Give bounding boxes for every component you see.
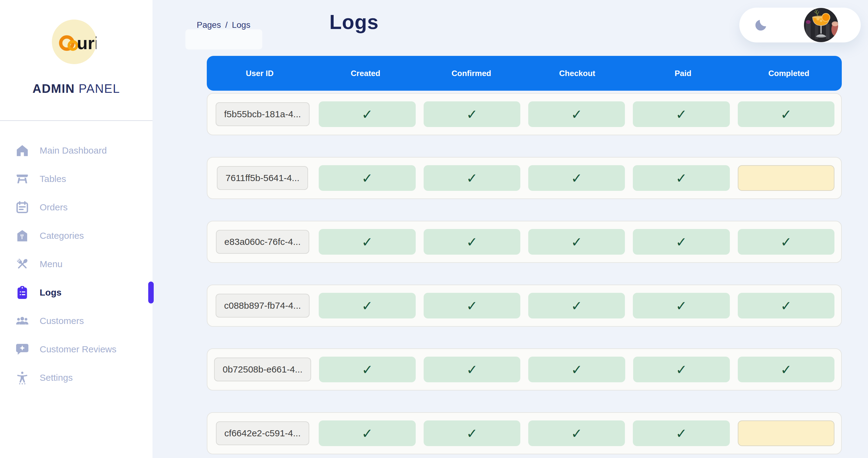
status-cell-created-done: ✓ bbox=[319, 421, 415, 446]
status-cell-paid-done: ✓ bbox=[633, 293, 730, 318]
sidebar-item-label: Customers bbox=[40, 316, 84, 326]
home-icon bbox=[15, 144, 29, 158]
sidebar: ADMIN PANEL Main Dashboard Tables Orders… bbox=[0, 0, 153, 458]
user-id-badge: 0b72508b-e661-4... bbox=[214, 357, 311, 381]
status-cell-paid-done: ✓ bbox=[633, 356, 730, 382]
topbar-user-pill bbox=[739, 8, 861, 42]
status-cell-confirmed-done: ✓ bbox=[424, 165, 520, 191]
status-cell-created-done: ✓ bbox=[319, 165, 415, 191]
user-id-badge: e83a060c-76fc-4... bbox=[216, 230, 309, 254]
sidebar-item-label: Settings bbox=[40, 373, 72, 383]
reviews-icon bbox=[15, 342, 29, 356]
status-cell-checkout-done: ✓ bbox=[528, 293, 625, 318]
sidebar-item-tables[interactable]: Tables bbox=[0, 165, 153, 193]
sidebar-item-categories[interactable]: Categories bbox=[0, 221, 153, 250]
menu-icon bbox=[15, 257, 29, 271]
sidebar-item-label: Main Dashboard bbox=[40, 145, 107, 156]
admin-panel-title-regular: PANEL bbox=[79, 82, 120, 95]
table-icon bbox=[15, 172, 29, 186]
cocktail-avatar-image bbox=[804, 8, 838, 42]
user-id-badge: f5b55bcb-181a-4... bbox=[216, 102, 310, 126]
page-title: Logs bbox=[330, 10, 379, 34]
status-cell-completed-done: ✓ bbox=[738, 356, 834, 382]
breadcrumb-link-logs[interactable]: Logs bbox=[232, 20, 250, 30]
sidebar-item-label: Logs bbox=[40, 287, 62, 298]
column-header-user-id: User ID bbox=[207, 69, 313, 78]
status-cell-created-done: ✓ bbox=[319, 293, 415, 318]
sidebar-item-customers[interactable]: Customers bbox=[0, 307, 153, 335]
sidebar-item-customer-reviews[interactable]: Customer Reviews bbox=[0, 335, 153, 363]
table-row: e83a060c-76fc-4... ✓✓✓✓✓ bbox=[207, 221, 842, 263]
customers-icon bbox=[15, 314, 29, 328]
user-id-badge: cf6642e2-c591-4... bbox=[216, 421, 309, 445]
status-cell-paid-done: ✓ bbox=[633, 165, 730, 191]
column-header-confirmed: Confirmed bbox=[418, 69, 524, 78]
breadcrumb: Pages/Logs bbox=[197, 20, 250, 30]
table-row: 7611ff5b-5641-4... ✓✓✓✓ bbox=[207, 157, 842, 199]
table-row: f5b55bcb-181a-4... ✓✓✓✓✓ bbox=[207, 93, 842, 135]
sidebar-item-main-dashboard[interactable]: Main Dashboard bbox=[0, 136, 153, 165]
status-cell-completed-done: ✓ bbox=[738, 293, 834, 318]
status-cell-confirmed-done: ✓ bbox=[424, 229, 520, 255]
admin-panel-title-bold: ADMIN bbox=[33, 82, 75, 95]
orders-icon bbox=[15, 200, 29, 214]
column-header-checkout: Checkout bbox=[524, 69, 630, 78]
sidebar-item-label: Menu bbox=[40, 259, 63, 269]
sidebar-item-label: Tables bbox=[40, 174, 66, 184]
table-row: c088b897-fb74-4... ✓✓✓✓✓ bbox=[207, 285, 842, 327]
user-id-badge: c088b897-fb74-4... bbox=[216, 294, 310, 318]
breadcrumb-ghost-highlight bbox=[185, 29, 262, 50]
sidebar-item-orders[interactable]: Orders bbox=[0, 193, 153, 221]
settings-icon bbox=[15, 371, 29, 385]
status-cell-checkout-done: ✓ bbox=[528, 165, 625, 191]
table-row: 0b72508b-e661-4... ✓✓✓✓✓ bbox=[207, 348, 842, 391]
ouri-logo bbox=[52, 20, 96, 64]
breadcrumb-link-pages[interactable]: Pages bbox=[197, 20, 221, 30]
status-cell-confirmed-done: ✓ bbox=[424, 102, 520, 127]
sidebar-item-settings[interactable]: Settings bbox=[0, 363, 153, 392]
sidebar-item-label: Customer Reviews bbox=[40, 344, 117, 354]
column-header-paid: Paid bbox=[630, 69, 736, 78]
admin-panel-title: ADMIN PANEL bbox=[0, 82, 153, 95]
sidebar-divider bbox=[0, 120, 153, 121]
sidebar-item-menu[interactable]: Menu bbox=[0, 250, 153, 278]
logs-table: User IDCreatedConfirmedCheckoutPaidCompl… bbox=[207, 56, 842, 454]
status-cell-created-done: ✓ bbox=[319, 102, 415, 127]
moon-icon bbox=[754, 18, 768, 32]
status-cell-completed-done: ✓ bbox=[738, 229, 834, 255]
avatar[interactable] bbox=[804, 8, 838, 42]
column-header-completed: Completed bbox=[736, 69, 842, 78]
table-row: cf6642e2-c591-4... ✓✓✓✓ bbox=[207, 412, 842, 454]
categories-icon bbox=[15, 229, 29, 243]
status-cell-confirmed-done: ✓ bbox=[424, 356, 520, 382]
theme-toggle-button[interactable] bbox=[754, 18, 768, 32]
user-id-badge: 7611ff5b-5641-4... bbox=[217, 166, 308, 190]
status-cell-confirmed-done: ✓ bbox=[424, 421, 520, 446]
breadcrumb-separator: / bbox=[225, 20, 227, 30]
status-cell-checkout-done: ✓ bbox=[528, 102, 625, 127]
logs-icon bbox=[15, 285, 29, 299]
table-header: User IDCreatedConfirmedCheckoutPaidCompl… bbox=[207, 56, 842, 91]
sidebar-item-logs[interactable]: Logs bbox=[0, 278, 153, 307]
status-cell-completed-pending bbox=[738, 421, 834, 446]
status-cell-completed-pending bbox=[738, 165, 834, 191]
sidebar-nav: Main Dashboard Tables Orders Categories … bbox=[0, 136, 153, 392]
status-cell-confirmed-done: ✓ bbox=[424, 293, 520, 318]
status-cell-paid-done: ✓ bbox=[633, 421, 730, 446]
status-cell-created-done: ✓ bbox=[319, 356, 416, 382]
status-cell-checkout-done: ✓ bbox=[528, 229, 625, 255]
status-cell-paid-done: ✓ bbox=[633, 102, 730, 127]
status-cell-checkout-done: ✓ bbox=[528, 421, 625, 446]
status-cell-created-done: ✓ bbox=[319, 229, 415, 255]
column-header-created: Created bbox=[313, 69, 418, 78]
status-cell-paid-done: ✓ bbox=[633, 229, 730, 255]
sidebar-item-label: Categories bbox=[40, 231, 84, 241]
sidebar-item-label: Orders bbox=[40, 202, 68, 212]
status-cell-completed-done: ✓ bbox=[738, 102, 834, 127]
status-cell-checkout-done: ✓ bbox=[528, 356, 625, 382]
active-item-indicator bbox=[148, 282, 154, 304]
